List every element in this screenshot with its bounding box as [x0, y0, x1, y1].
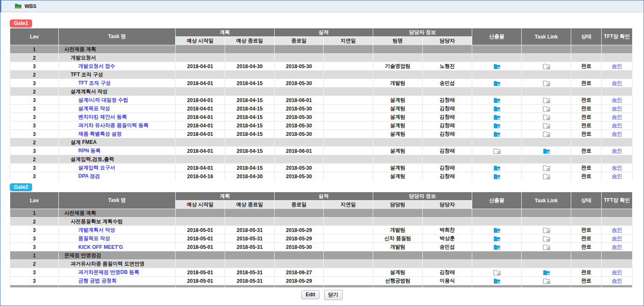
folder-gray-icon[interactable]: [543, 106, 550, 112]
lev-cell: 3: [10, 277, 59, 285]
approve-link[interactable]: 승인: [612, 227, 622, 233]
col-group-owner: 담당자 정보: [373, 28, 472, 37]
approve-link[interactable]: 승인: [612, 244, 622, 250]
plan-end-cell: [225, 285, 275, 288]
plan-end-cell: [225, 155, 275, 164]
folder-gray-icon[interactable]: [493, 148, 501, 154]
team-cell: 기술영업팀: [373, 62, 423, 71]
edit-button[interactable]: Edit: [301, 290, 319, 299]
folder-blue-icon[interactable]: [493, 106, 501, 112]
person-cell: 김창래: [423, 130, 472, 138]
task-name-link[interactable]: 설계/시작 대일정 수립: [78, 97, 128, 103]
folder-gray-icon[interactable]: [543, 114, 550, 120]
team-cell: 설계팀: [373, 147, 423, 155]
approve-link[interactable]: 승인: [612, 105, 622, 111]
folder-gray-icon[interactable]: [543, 165, 550, 171]
approve-link[interactable]: 승인: [612, 165, 622, 171]
folder-blue-icon[interactable]: [493, 278, 501, 284]
task-name-link[interactable]: 품질목표 작성: [78, 235, 110, 241]
task-row: 3개발요청서 접수2018-04-012018-04-302018-05-30기…: [10, 62, 633, 71]
output-cell: [472, 121, 522, 130]
plan-end-cell: 2018-04-15: [225, 121, 275, 130]
approve-link[interactable]: 승인: [612, 173, 622, 179]
end-cell: [275, 285, 324, 288]
person-cell: 박상훈: [423, 234, 472, 243]
approve-link[interactable]: 승인: [612, 269, 622, 275]
close-button[interactable]: 닫기: [324, 290, 343, 300]
confirm-cell: 승인: [602, 164, 633, 172]
team-cell: 설계팀: [373, 130, 423, 138]
approve-link[interactable]: 승인: [612, 63, 622, 69]
task-name-link[interactable]: 설계입력 요구서: [78, 165, 115, 171]
folder-blue-icon[interactable]: [493, 174, 501, 179]
task-name-link[interactable]: RPN 등록: [78, 148, 101, 154]
approve-link[interactable]: 승인: [612, 235, 622, 241]
folder-blue-icon[interactable]: [493, 236, 501, 242]
folder-gray-icon[interactable]: [543, 63, 550, 69]
task-name-link[interactable]: 개발계획서 작성: [78, 227, 115, 233]
task-name-link[interactable]: TFT 조직 구성: [78, 80, 111, 86]
lev-cell: 3: [10, 79, 59, 88]
folder-blue-icon[interactable]: [543, 270, 550, 276]
folder-blue-icon[interactable]: [493, 244, 501, 250]
folder-gray-icon[interactable]: [543, 278, 550, 284]
folder-gray-icon[interactable]: [543, 123, 550, 129]
output-cell: [472, 164, 522, 172]
approve-link[interactable]: 승인: [612, 122, 622, 128]
task-name-link[interactable]: 과거차 유사차종 품질이력 등록: [78, 122, 149, 128]
folder-blue-icon[interactable]: [493, 114, 501, 120]
task-name-link[interactable]: 제품 특별특성 설정: [78, 131, 122, 137]
approve-link[interactable]: 승인: [612, 131, 622, 137]
folder-gray-icon[interactable]: [543, 131, 550, 137]
confirm-cell: 승인: [602, 79, 633, 88]
task-name-link[interactable]: KICK OFF MEET'G: [78, 244, 123, 250]
person-cell: [423, 71, 472, 79]
status-cell: 완료: [571, 96, 602, 105]
end-cell: 2018-05-30: [275, 243, 324, 251]
task-name-link[interactable]: 설계목표 작성: [78, 105, 110, 111]
folder-gray-icon[interactable]: [493, 270, 501, 276]
folder-blue-icon[interactable]: [493, 165, 501, 171]
folder-blue-icon[interactable]: [493, 63, 501, 69]
delay-cell: [324, 121, 373, 130]
folder-blue-icon[interactable]: [493, 227, 501, 233]
team-cell: 설계팀: [373, 164, 423, 172]
page-title: WBS: [25, 3, 36, 9]
folder-gray-icon[interactable]: [543, 244, 550, 250]
delay-cell: [324, 71, 373, 79]
title-bar: WBS: [0, 0, 644, 12]
team-cell: 개발팀: [373, 79, 423, 88]
task-name-link[interactable]: 금형 공법 공청회: [78, 278, 117, 284]
task-name-link[interactable]: DPA 점검: [78, 173, 100, 179]
approve-link[interactable]: 승인: [612, 80, 622, 86]
task-name-link[interactable]: 개발요청서 접수: [78, 63, 115, 69]
task-link-cell: [522, 88, 571, 96]
approve-link[interactable]: 승인: [612, 97, 622, 103]
folder-blue-icon[interactable]: [493, 123, 501, 129]
status-cell: 완료: [571, 243, 602, 251]
folder-blue-icon[interactable]: [543, 148, 550, 154]
approve-link[interactable]: 승인: [612, 148, 622, 154]
folder-blue-icon[interactable]: [493, 80, 501, 86]
folder-gray-icon[interactable]: [543, 97, 550, 103]
task-cell: 사전품질확보 계획수립: [59, 218, 176, 226]
folder-blue-icon[interactable]: [493, 131, 501, 137]
folder-blue-icon[interactable]: [493, 97, 501, 103]
person-cell: [423, 54, 472, 62]
folder-gray-icon[interactable]: [543, 80, 550, 86]
task-name-link[interactable]: 과거차문제점 반영DB 등록: [78, 269, 139, 275]
task-name-link[interactable]: 벤치마킹 제안서 등록: [78, 114, 127, 120]
task-cell: DPA 점검: [59, 172, 176, 181]
approve-link[interactable]: 승인: [612, 278, 622, 284]
lev-cell: 2: [10, 54, 59, 62]
folder-gray-icon[interactable]: [543, 174, 550, 179]
group-row: 1문제점 반영점검: [10, 251, 633, 260]
col-header-end: 종료일: [275, 37, 324, 45]
task-cell: 설계입력,검토,출력: [59, 155, 176, 164]
folder-gray-icon[interactable]: [543, 236, 550, 242]
person-cell: 이용식: [423, 277, 472, 285]
lev-cell: 3: [10, 234, 59, 243]
approve-link[interactable]: 승인: [612, 114, 622, 120]
task-row: 3벤치마킹 제안서 등록2018-04-012018-04-152018-05-…: [10, 113, 633, 121]
folder-gray-icon[interactable]: [543, 227, 550, 233]
